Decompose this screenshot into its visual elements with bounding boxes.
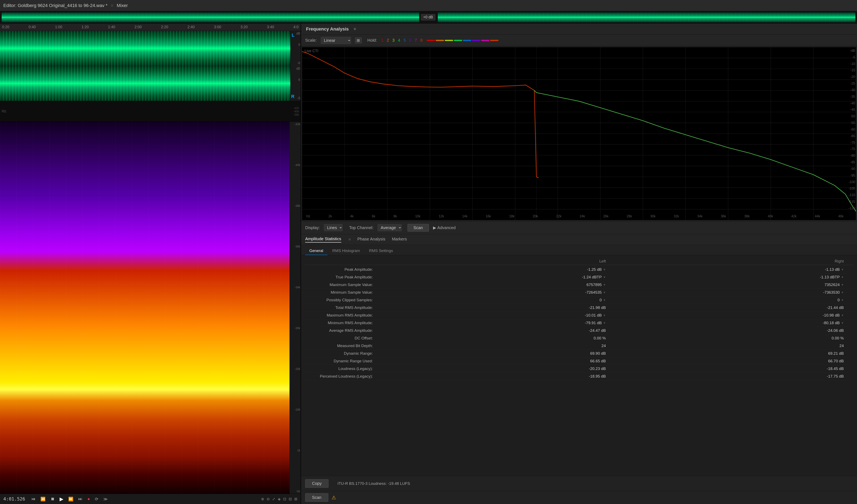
amplitude-stats-section: Amplitude Statistics ≡ Phase Analysis Ma… xyxy=(301,234,857,504)
row-val-dc-left: 0.00 % xyxy=(376,336,614,340)
row-label-perceived-loudness: Perceived Loudness (Legacy): xyxy=(306,374,376,379)
freq-live-label: Live CTI xyxy=(305,49,318,53)
goto-start-btn[interactable]: ⏮ xyxy=(30,496,37,502)
scale-square-btn[interactable]: ⊞ xyxy=(355,37,362,43)
more-btn[interactable]: ≫ xyxy=(102,496,109,502)
right-db-label: dB xyxy=(291,67,300,70)
channel-select[interactable]: Average Left Right xyxy=(377,224,402,231)
dropdown-icon[interactable]: ▼ xyxy=(841,314,844,317)
hold-num-7[interactable]: 7 xyxy=(415,38,417,43)
right-waveform-area[interactable] xyxy=(0,66,290,101)
tab-general[interactable]: General xyxy=(305,247,327,255)
dropdown-icon[interactable]: ▼ xyxy=(841,298,844,302)
row-label-true-peak: True Peak Amplitude: xyxy=(306,275,376,280)
left-channel-label: L xyxy=(292,33,295,38)
next-btn[interactable]: ⏩ xyxy=(67,496,74,502)
hold-label: Hold: xyxy=(368,38,377,43)
loop-btn[interactable]: ⟳ xyxy=(94,496,100,502)
waveform-tracks[interactable]: dB 6 -6 L dB 6 -6 R xyxy=(0,31,301,101)
hold-num-3[interactable]: 3 xyxy=(392,38,395,43)
scale-select[interactable]: Linear Logarithmic xyxy=(321,37,351,44)
row-val-clipped-right: 0 ▼ xyxy=(614,298,852,302)
tool-1-btn[interactable]: ◈ xyxy=(278,497,281,501)
editor-title: Editor: Goldberg 9624 Original_4416 to 9… xyxy=(3,3,107,8)
amp-stats-title-tab[interactable]: Amplitude Statistics xyxy=(305,237,341,242)
fa-menu-icon[interactable]: ≡ xyxy=(354,27,356,31)
hold-num-2[interactable]: 2 xyxy=(387,38,389,43)
time-mark-11: 3:40 xyxy=(267,25,274,29)
tab-rms-histogram[interactable]: RMS Histogram xyxy=(328,247,364,255)
dropdown-icon[interactable]: ▼ xyxy=(841,268,844,271)
play-btn[interactable]: ▶ xyxy=(58,495,65,503)
goto-end-btn[interactable]: ⏭ xyxy=(77,496,84,502)
row-val-truepeak-right: -1.13 dBTP ▼ xyxy=(614,275,852,280)
advanced-toggle[interactable]: ▶ Advanced xyxy=(433,225,456,230)
row-val-minsample-right: -7363530 ▼ xyxy=(614,290,852,295)
dropdown-icon[interactable]: ▼ xyxy=(841,291,844,294)
left-waveform-display xyxy=(0,31,290,66)
dropdown-icon[interactable]: ▼ xyxy=(603,291,606,294)
overview-waveform xyxy=(2,12,419,22)
zoom-out-btn[interactable]: ⊖ xyxy=(267,497,270,501)
main-content: 0:20 0:40 1:00 1:20 1:40 2:00 2:20 2:40 … xyxy=(0,23,857,504)
markers-tab[interactable]: Markers xyxy=(392,237,407,242)
dropdown-icon[interactable]: ▼ xyxy=(841,275,844,279)
tool-2-btn[interactable]: ⊡ xyxy=(283,497,286,501)
copy-button[interactable]: Copy xyxy=(305,479,329,488)
dropdown-icon[interactable]: ▼ xyxy=(603,268,606,271)
time-mark-6: 2:00 xyxy=(134,25,142,29)
stop-btn[interactable]: ⏹ xyxy=(49,496,56,502)
transport-controls: ⏮ ⏪ ⏹ ▶ ⏩ ⏭ ● ⟳ ≫ xyxy=(30,495,109,503)
time-mark-9: 3:00 xyxy=(214,25,221,29)
hold-num-1[interactable]: 1 xyxy=(381,38,383,43)
prev-btn[interactable]: ⏪ xyxy=(39,496,47,502)
record-btn[interactable]: ● xyxy=(86,496,91,502)
table-row: Dynamic Range Used: 66.65 dB 66.70 dB xyxy=(304,357,854,365)
left-waveform-area[interactable] xyxy=(0,31,290,66)
row-label-avg-rms: Average RMS Amplitude: xyxy=(306,328,376,333)
dropdown-icon[interactable]: ▼ xyxy=(841,283,844,286)
dropdown-icon[interactable]: ▼ xyxy=(603,298,606,302)
row-val-dynrange-right: 69.21 dB xyxy=(614,351,852,356)
tool-3-btn[interactable]: ⊟ xyxy=(289,497,292,501)
phase-analysis-tab[interactable]: Phase Analysis xyxy=(357,237,385,242)
timecode: 4:01.526 xyxy=(3,497,25,502)
hold-bar-7 xyxy=(481,40,489,41)
dropdown-icon[interactable]: ▼ xyxy=(603,314,606,317)
hold-numbers: 1 2 3 4 5 6 7 8 xyxy=(381,38,422,43)
dropdown-icon[interactable]: ▼ xyxy=(603,321,606,324)
warning-icon: ⚠ xyxy=(332,495,336,501)
tab-rms-settings[interactable]: RMS Settings xyxy=(365,247,397,255)
table-row: Possibly Clipped Samples: 0 ▼ 0 ▼ xyxy=(304,296,854,304)
zoom-in-btn[interactable]: ⊕ xyxy=(261,497,264,501)
right-channel-track[interactable]: dB 6 -6 R xyxy=(0,66,301,101)
dropdown-icon[interactable]: ▼ xyxy=(603,283,606,286)
advanced-chevron-icon: ▶ xyxy=(433,225,436,230)
table-row: True Peak Amplitude: -1.24 dBTP ▼ -1.13 … xyxy=(304,273,854,281)
mixer-label: Mixer xyxy=(117,3,128,8)
amp-stats-menu-icon[interactable]: ≡ xyxy=(349,237,351,242)
scan-button-bottom[interactable]: Scan xyxy=(305,493,328,502)
display-select[interactable]: Lines Bars Area xyxy=(324,224,342,231)
hold-num-4[interactable]: 4 xyxy=(398,38,400,43)
row-val-minsample-left: -7264535 ▼ xyxy=(376,290,614,295)
dropdown-icon[interactable]: ▼ xyxy=(841,321,844,324)
tool-4-btn[interactable]: ⊞ xyxy=(294,497,297,501)
hold-num-8[interactable]: 8 xyxy=(420,38,422,43)
scan-button-top[interactable]: Scan xyxy=(407,224,429,232)
bottom-bar: 4:01.526 ⏮ ⏪ ⏹ ▶ ⏩ ⏭ ● ⟳ ≫ ⊕ ⊖ ⤢ ◈ ⊡ ⊟ ⊞ xyxy=(0,494,301,504)
row-label-peak: Peak Amplitude: xyxy=(306,267,376,272)
dropdown-icon[interactable]: ▼ xyxy=(603,275,606,279)
left-channel-track[interactable]: dB 6 -6 L xyxy=(0,31,301,66)
zoom-fit-btn[interactable]: ⤢ xyxy=(272,497,275,501)
row-val-totalrms-left: -21.98 dB xyxy=(376,305,614,310)
hold-num-5[interactable]: 5 xyxy=(404,38,406,43)
spectrogram-panel[interactable]: -42k-40k-38k-36k -34k-30k-20k-10k 1kHz xyxy=(0,122,301,494)
stats-table-container[interactable]: Left Right Peak Amplitude: -1.25 dB ▼ -1… xyxy=(301,255,857,476)
hold-num-6[interactable]: 6 xyxy=(409,38,411,43)
freq-hz-scale: Hz2k4k6k8k 10k12k14k16k18k 20k22k24k26k2… xyxy=(306,213,844,220)
right-channel-label: R xyxy=(291,94,295,99)
lufs-info: ITU-R BS.1770-3 Loudness: -19.48 LUFS xyxy=(338,481,410,486)
row-val-loudness-right: -18.45 dB xyxy=(614,367,852,371)
time-mark-2: 0:40 xyxy=(29,25,36,29)
